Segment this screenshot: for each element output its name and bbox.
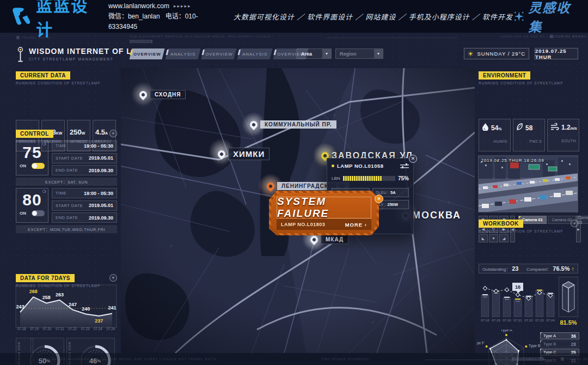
tab-analysis-3[interactable]: ANALYSIS xyxy=(237,48,273,59)
pm25-icon xyxy=(516,123,523,133)
schedule-row[interactable]: END DATE2019.09.30 xyxy=(52,165,117,175)
city-map[interactable]: ++++ СХОДНЯ КОММУНАЛЬНЫЙ ПР. ХИМКИ ЗАВОД… xyxy=(121,68,475,353)
chevron-down-icon[interactable]: ▼ xyxy=(322,49,331,58)
map-pin-icon[interactable] xyxy=(138,89,149,100)
seven-days-x-labels: 07.1807.1907.2007.2107.2207.2307.2407.24 xyxy=(15,327,117,331)
workbook-chart: 16 xyxy=(480,277,556,317)
area-select[interactable]: Area ▼ xyxy=(297,48,332,59)
camera-feed[interactable]: 2019.07.25 THUR 18:26:09 xyxy=(478,155,578,212)
map-label[interactable]: МКАД xyxy=(310,235,348,244)
schedule-block-2: ❍ 80 ON TIME19:00 - 05:30START DATE2019.… xyxy=(16,188,117,235)
camera-scene xyxy=(479,156,578,212)
data-point-label: 247 xyxy=(69,302,77,307)
current-data-badge: CURRENT DATA xyxy=(16,71,70,80)
map-pin-icon[interactable] xyxy=(309,234,320,245)
compared-value: 76.5% xyxy=(553,265,569,272)
alert-close-button[interactable]: ✕ xyxy=(375,194,383,203)
workbook-stats: Outstanding： 23 Compared： 76.5% ↑ xyxy=(479,264,578,273)
inspiration-collect[interactable]: 灵感收集 xyxy=(513,0,577,35)
deco-line xyxy=(327,38,457,38)
data-point-label: 237 xyxy=(95,318,103,324)
cube-icon xyxy=(560,279,577,314)
site-url[interactable]: www.lanlanwork.com xyxy=(108,1,169,11)
streetlamp-icon xyxy=(16,47,24,63)
workbook-cube xyxy=(559,277,578,317)
tab-overview-2[interactable]: OVERVIEW xyxy=(201,48,237,59)
tab-bar: OVERVIEWANALYSISOVERVIEWANALYSISOVERVIEW xyxy=(131,48,307,59)
map-label[interactable]: ХИМКИ xyxy=(218,148,270,160)
lbn-value: 75% xyxy=(398,175,409,181)
dpad-button-6[interactable]: ◣ xyxy=(479,234,488,242)
seven-days-badge: DATA FOR 7DAYS xyxy=(16,274,75,282)
map-label[interactable]: КОММУНАЛЬНЫЙ ПР. xyxy=(250,120,336,129)
data-point-label: 243 xyxy=(16,304,24,309)
svg-text:Type B: Type B xyxy=(529,344,540,348)
environment-header: ENVIRONMENT RUNNING CONDITION OF STREETL… xyxy=(479,70,564,85)
map-pin-icon[interactable] xyxy=(265,181,276,192)
dpad-button-8[interactable]: ◢ xyxy=(499,234,509,242)
camera-next-button[interactable]: ▶ xyxy=(576,216,581,242)
sparkle-icon xyxy=(513,9,525,23)
data-point-label: 240 xyxy=(82,306,90,312)
environment-badge: ENVIRONMENT xyxy=(479,71,530,80)
humidity-icon xyxy=(482,123,489,133)
deco-text-1: THE EQUIPMENT SERVICE IN A YELLOW WOOD, … xyxy=(130,35,271,38)
cube-percentage: 81.5% xyxy=(556,319,580,326)
schedule-row[interactable]: TIME19:00 - 05:30 xyxy=(52,141,117,151)
schedule-row[interactable]: START DATE2019.05.01 xyxy=(52,200,117,211)
data-point-label: 241 xyxy=(108,305,116,311)
footer-text-2: TWO ROADS DIVERGED xyxy=(321,357,369,361)
url-arrows-icon: ▸▸▸▸▸ xyxy=(174,1,192,11)
alert-more-button[interactable]: MORE › xyxy=(345,222,367,228)
brightness-level: ❍ 80 ON xyxy=(16,188,48,223)
services-list: 大数据可视化设计 ／ 软件界面设计 ／ 网站建设 ／ 手机及小程序设计 ／ 软件… xyxy=(234,11,513,22)
power-toggle[interactable] xyxy=(32,163,45,169)
env-stat-south: 1.2m/sSOUTH xyxy=(547,119,579,151)
sliders-icon[interactable] xyxy=(400,163,409,169)
svg-text:Type F: Type F xyxy=(477,341,484,345)
brand-logo[interactable]: 蓝蓝设计 xyxy=(12,0,96,40)
seven-days-chart: 243268258263247240237241 xyxy=(15,284,117,328)
svg-text:Type A: Type A xyxy=(500,330,512,332)
control-badge: CONTROL xyxy=(16,130,53,138)
brand-logo-icon xyxy=(12,5,32,27)
sun-icon: ☀ xyxy=(468,50,474,58)
map-pin-icon[interactable] xyxy=(216,149,227,160)
chevron-down-icon[interactable]: ▼ xyxy=(374,49,383,58)
workbook-next-button[interactable]: › xyxy=(571,220,578,227)
radar-legend-type-a[interactable]: Type A36 xyxy=(540,332,579,339)
schedule-row[interactable]: END DATE2019.09.30 xyxy=(52,212,117,223)
alert-lamp-id: LAMP NO.L01803 xyxy=(281,222,325,227)
dpad-button-7[interactable]: ▼ xyxy=(489,234,498,242)
workbook-x-labels: 07.1807.1907.2007.2107.2207.2307.24 xyxy=(480,318,556,322)
date-box: 2019.07.25 THUR xyxy=(535,48,578,59)
except-days: EXCEPT：SAT, SUN xyxy=(16,178,117,186)
footer-strip: TWO ROADS DIVERGED IN A YELLOW WOOD, AND… xyxy=(0,353,588,365)
map-label[interactable]: СХОДНЯ xyxy=(139,90,186,99)
region-select[interactable]: Region ▼ xyxy=(335,48,383,59)
lbn-progress-bar xyxy=(343,176,395,181)
environment-stats: 54%HUMID 58PM2.5 1.2m/sSOUTH xyxy=(479,119,579,151)
footer-badge: STREET LAMP xyxy=(512,357,544,361)
popup-close-button[interactable]: ✕ xyxy=(409,155,417,163)
dashboard: TRAVEL BOTH THE EQUIPMENT SERVICE IN A Y… xyxy=(0,33,588,365)
power-toggle[interactable] xyxy=(32,210,45,216)
tab-overview-0[interactable]: OVERVIEW xyxy=(130,48,165,59)
seven-days-expand-button[interactable]: + xyxy=(109,274,117,282)
bulb-icon: ❍ xyxy=(42,190,46,194)
control-expand-button[interactable]: + xyxy=(109,130,117,137)
brand-name: 蓝蓝设计 xyxy=(36,0,96,40)
schedule-row[interactable]: START DATE2019.05.01 xyxy=(52,153,117,163)
site-header: 蓝蓝设计 www.lanlanwork.com ▸▸▸▸▸ 微信：ben_lan… xyxy=(0,0,588,33)
outstanding-value: 23 xyxy=(512,265,518,272)
trend-up-icon: ↑ xyxy=(572,265,575,272)
workbook-badge: WORKBOOK xyxy=(479,220,523,228)
radar-legend-type-b[interactable]: Type B28 xyxy=(540,340,579,348)
map-pin-icon[interactable] xyxy=(248,119,259,130)
popup-lamp-id: LAMP NO.L01058 xyxy=(337,163,384,169)
schedule-row[interactable]: TIME19:00 - 05:30 xyxy=(52,188,117,198)
data-point-label: 258 xyxy=(42,295,51,300)
tab-analysis-1[interactable]: ANALYSIS xyxy=(166,48,201,59)
weather-text: SUNNDAY / 29°C xyxy=(477,51,526,57)
workbook-header: WORKBOOK RUNNING CONDITION OF STREETLAMP xyxy=(479,218,564,233)
